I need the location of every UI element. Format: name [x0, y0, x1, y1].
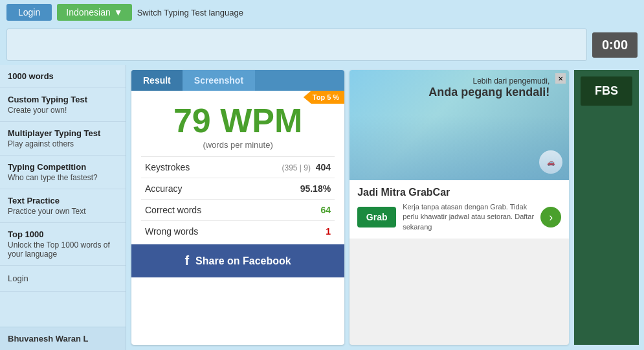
sidebar-item-competition[interactable]: Typing Competition Who can type the fast… [0, 156, 126, 189]
facebook-label: Share on Facebook [195, 255, 291, 267]
language-button[interactable]: Indonesian ▼ [57, 4, 131, 21]
table-row-wrong-words: Wrong words 1 [141, 221, 335, 242]
sidebar-login[interactable]: Login [0, 266, 126, 292]
sidebar-item-top1000-sub: Unlock the Top 1000 words of your langua… [8, 240, 118, 259]
facebook-share-button[interactable]: f Share on Facebook [131, 244, 344, 277]
sidebar-item-custom-sub: Create your own! [8, 106, 118, 115]
sidebar: 1000 words Custom Typing Test Create you… [0, 65, 126, 350]
keystrokes-detail: (395 | 9) [282, 163, 311, 172]
sidebar-item-text-practice-sub: Practice your own Text [8, 207, 118, 216]
sidebar-item-top1000-title: Top 1000 [8, 229, 118, 239]
ad-line1: Lebih dari pengemudi, [428, 76, 550, 86]
timer-display: 0:00 [592, 32, 638, 58]
ad-description: Kerja tanpa atasan dengan Grab. Tidak pe… [403, 202, 534, 232]
ad-close-button[interactable]: ✕ [555, 73, 566, 84]
main-content: 1000 words Custom Typing Test Create you… [0, 65, 644, 350]
sidebar-item-competition-title: Typing Competition [8, 162, 118, 172]
fbs-ad-panel: FBS [574, 70, 639, 345]
sidebar-item-1000words[interactable]: 1000 words [0, 65, 126, 88]
ad-panel: Lebih dari pengemudi, Anda pegang kendal… [350, 70, 569, 345]
result-tabs: Result Screenshot [131, 70, 344, 91]
wrong-words-label: Wrong words [141, 221, 244, 242]
ad-image-area: Lebih dari pengemudi, Anda pegang kendal… [350, 70, 569, 180]
table-row-accuracy: Accuracy 95.18% [141, 178, 335, 200]
sidebar-item-multiplayer-title: Multiplayer Typing Test [8, 128, 118, 138]
switch-lang-text: Switch Typing Test language [137, 8, 243, 18]
ad-line2: Anda pegang kendali! [428, 86, 550, 99]
sidebar-item-multiplayer-sub: Play against others [8, 139, 118, 148]
correct-words-label: Correct words [141, 200, 244, 221]
ad-body: Jadi Mitra GrabCar Grab Kerja tanpa atas… [350, 180, 569, 239]
keystrokes-total: 404 [316, 162, 331, 172]
sidebar-item-custom-title: Custom Typing Test [8, 95, 118, 104]
wpm-display: 79 WPM [141, 97, 335, 140]
grab-logo: Grab [357, 207, 396, 228]
language-label: Indonesian [66, 7, 111, 18]
correct-words-value: 64 [244, 200, 335, 221]
wpm-label: (words per minute) [141, 140, 335, 156]
accuracy-value: 95.18% [244, 178, 335, 200]
sidebar-item-custom[interactable]: Custom Typing Test Create your own! [0, 88, 126, 122]
login-button[interactable]: Login [6, 4, 52, 21]
sidebar-item-1000words-title: 1000 words [8, 71, 118, 81]
result-body: Top 5 % 79 WPM (words per minute) Keystr… [131, 91, 344, 242]
typing-input[interactable] [6, 29, 587, 61]
sidebar-item-multiplayer[interactable]: Multiplayer Typing Test Play against oth… [0, 122, 126, 156]
input-bar: 0:00 [0, 25, 644, 65]
keystrokes-label: Keystrokes [141, 157, 244, 178]
center-panel: Result Screenshot Top 5 % 79 WPM (words … [126, 65, 644, 350]
sidebar-item-text-practice-title: Text Practice [8, 196, 118, 205]
keystrokes-value: (395 | 9) 404 [244, 157, 335, 178]
dropdown-icon: ▼ [114, 7, 123, 18]
sidebar-item-text-practice[interactable]: Text Practice Practice your own Text [0, 189, 126, 223]
ad-content-row: Grab Kerja tanpa atasan dengan Grab. Tid… [357, 202, 561, 232]
top5-badge: Top 5 % [304, 91, 344, 104]
result-card: Result Screenshot Top 5 % 79 WPM (words … [131, 70, 344, 345]
accuracy-label: Accuracy [141, 178, 244, 200]
stats-table: Keystrokes (395 | 9) 404 Accuracy 95.18%… [141, 156, 335, 242]
panels-row: Result Screenshot Top 5 % 79 WPM (words … [131, 70, 639, 345]
ad-top-text: Lebih dari pengemudi, Anda pegang kendal… [428, 76, 550, 99]
ad-arrow-button[interactable]: › [540, 207, 561, 228]
top-bar: Login Indonesian ▼ Switch Typing Test la… [0, 0, 644, 25]
facebook-icon: f [184, 253, 189, 268]
tab-screenshot[interactable]: Screenshot [183, 70, 255, 91]
table-row-correct-words: Correct words 64 [141, 200, 335, 221]
ad-title: Jadi Mitra GrabCar [357, 187, 561, 198]
fbs-ad-label: FBS [581, 76, 632, 106]
wrong-words-value: 1 [244, 221, 335, 242]
sidebar-item-competition-sub: Who can type the fastest? [8, 173, 118, 182]
sidebar-username: Bhuvanesh Waran L [0, 327, 126, 350]
sidebar-item-top1000[interactable]: Top 1000 Unlock the Top 1000 words of yo… [0, 223, 126, 266]
tab-result[interactable]: Result [131, 70, 183, 91]
table-row-keystrokes: Keystrokes (395 | 9) 404 [141, 157, 335, 178]
